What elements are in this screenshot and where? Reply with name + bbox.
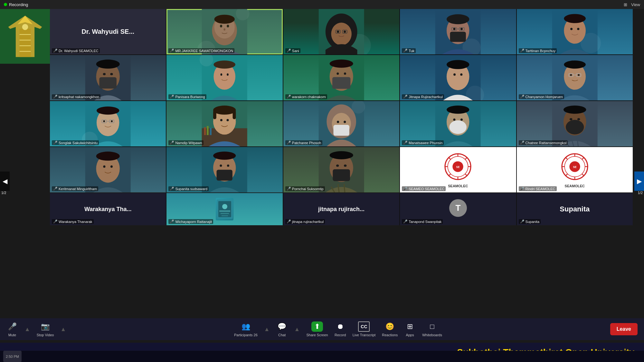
svg-point-38 [564, 14, 586, 23]
supanita2-name: Supanita [560, 205, 590, 213]
video-cell-chatree: 🎤 Chatree Rattansemongkol [517, 101, 633, 146]
leave-button[interactable]: Leave [610, 323, 638, 335]
mic-icon: 🎤 [53, 187, 58, 191]
stop-video-button[interactable]: 📷 Stop Video [37, 321, 54, 337]
video-feed-chanyamon [517, 55, 633, 100]
participants-button[interactable]: 👥 Participants 26 [234, 321, 258, 337]
mic-icon: 🎤 [53, 219, 58, 224]
svg-line-154 [582, 174, 584, 176]
video-cell-jakkree: 🎤 MR.JAKKREE SAWATDIMONGKON [166, 9, 282, 54]
video-feed-pornchai [283, 147, 399, 192]
grid-icon[interactable]: ⊞ [624, 2, 627, 7]
participant-name-label: 🎤 jitnapa rujirachartkul [285, 219, 325, 224]
taskbar-item[interactable]: 2:50 PM [3, 351, 22, 362]
svg-point-109 [566, 120, 584, 135]
svg-point-46 [96, 60, 120, 69]
video-cell-chanyamon: 🎤 Chanyamon Homjaruen [517, 55, 633, 100]
record-button[interactable]: ⏺ Record [335, 321, 346, 337]
whiteboards-button[interactable]: □ Whiteboards [422, 321, 442, 337]
video-cell-manatsawee: 🎤 Manatsawee Phunsin [400, 101, 516, 146]
participant-name-label: 🎤 kritsaphat nakamongkhon [52, 94, 100, 99]
svg-rect-163 [221, 213, 229, 214]
svg-point-124 [220, 164, 222, 167]
video-cell-tuk: 🎤 Tuk [400, 9, 516, 54]
seamolec-logo-2: SE [555, 152, 594, 184]
svg-point-105 [460, 118, 463, 121]
participant-name-label: 🎤 Manatsawee Phunsin [402, 140, 444, 145]
zoom-toolbar: 🎤 Mute ▲ 📷 Stop Video ▲ 👥 Participants 2… [0, 318, 644, 340]
mic-icon: 🎤 [170, 187, 174, 191]
participant-name-label: 🎤 Supanita sudsaward [168, 186, 209, 191]
whiteboard-icon: □ [426, 321, 438, 332]
video-cell-namdip: 🎤 Namdip Witpawn [166, 101, 282, 146]
face-svg-jitnapa1 [400, 55, 516, 100]
video-feed-tuk [400, 9, 516, 54]
video-cell-jitnapa1: 🎤 Jitnapa Rujirachartkul [400, 55, 516, 100]
svg-rect-85 [207, 126, 209, 135]
svg-point-72 [578, 74, 580, 76]
video-feed-namdip [166, 101, 282, 146]
participant-name-label: 🎤 Tuk [402, 48, 416, 53]
svg-point-103 [450, 120, 467, 134]
svg-point-16 [214, 15, 235, 24]
svg-point-21 [337, 31, 339, 33]
participant-name-label: 🎤 Jitnapa Rujirachartkul [402, 94, 444, 99]
apps-button[interactable]: ⊞ Apps [404, 321, 416, 337]
view-label[interactable]: View [631, 2, 640, 7]
svg-point-50 [214, 60, 236, 69]
video-chevron[interactable]: ▲ [60, 326, 66, 333]
share-icon: ⬆ [311, 321, 323, 332]
participants-chevron[interactable]: ▲ [264, 326, 270, 333]
taskbar: 2:50 PM [0, 351, 644, 362]
participant-name-label: 🎤 Chanyamon Homjaruen [519, 94, 564, 99]
svg-point-56 [336, 72, 339, 75]
svg-point-3 [22, 24, 28, 30]
next-page-button[interactable]: ▶ [634, 172, 644, 191]
camera-icon: 📷 [40, 321, 51, 332]
mute-button[interactable]: 🎤 Mute [6, 321, 18, 337]
video-cell-kritsaphat: 🎤 kritsaphat nakamongkhon [50, 55, 166, 100]
share-screen-button[interactable]: ⬆ Share Screen [306, 321, 328, 337]
reactions-button[interactable]: 😊 Reactions [382, 321, 398, 337]
face-svg-tuk [400, 9, 516, 54]
previous-page-button[interactable]: ◀ [0, 172, 10, 191]
university-logo [0, 9, 50, 64]
svg-line-144 [465, 157, 467, 159]
svg-point-76 [97, 107, 119, 115]
participants-label: Participants 26 [234, 333, 258, 337]
svg-rect-43 [99, 77, 117, 88]
mic-icon: 🎤 [287, 219, 291, 224]
thumb-svg [217, 200, 233, 219]
svg-point-14 [227, 25, 229, 27]
live-transcript-button[interactable]: CC Live Transcript [353, 321, 376, 337]
video-feed-songlak [50, 101, 166, 146]
svg-line-155 [565, 174, 567, 176]
share-screen-label: Share Screen [306, 333, 328, 337]
svg-point-22 [344, 31, 346, 33]
svg-rect-84 [204, 127, 206, 135]
audio-chevron[interactable]: ▲ [24, 326, 30, 333]
chat-button[interactable]: 💬 Chat [276, 321, 288, 337]
bottom-cell-supanita2: Supanita 🎤 Supanita [517, 193, 633, 225]
face-svg-namdip [166, 101, 282, 146]
svg-point-44 [103, 73, 106, 75]
participant-name-label: 🎤 Keritmanat Minguirltham [52, 186, 98, 191]
record-icon: ⏺ [335, 321, 346, 332]
face-svg-keritmanat [50, 147, 166, 192]
mic-icon: 🎤 [403, 187, 408, 191]
svg-point-125 [227, 164, 229, 167]
svg-point-98 [337, 121, 339, 123]
svg-rect-86 [210, 128, 212, 135]
chat-chevron[interactable]: ▲ [294, 326, 300, 333]
svg-point-64 [460, 73, 462, 76]
view-controls[interactable]: ⊞ View [624, 2, 640, 7]
svg-point-67 [564, 60, 586, 69]
mic-icon: 🎤 [53, 141, 58, 145]
svg-point-31 [460, 28, 463, 30]
svg-point-91 [220, 119, 223, 121]
svg-rect-97 [333, 125, 349, 136]
mic-icon: 🎤 [403, 141, 408, 145]
video-feed-warakorn [283, 55, 399, 100]
mic-icon: 🎤 [520, 187, 525, 191]
mute-label: Mute [8, 333, 16, 337]
